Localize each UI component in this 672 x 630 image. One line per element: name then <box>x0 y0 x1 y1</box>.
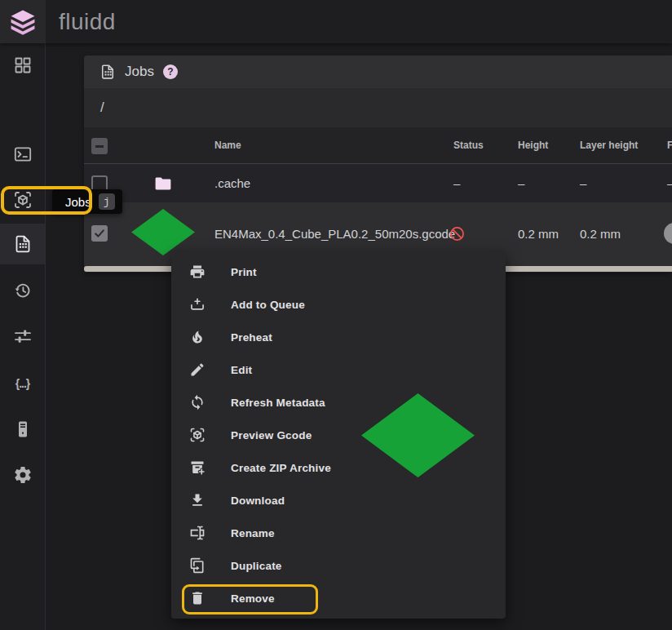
filament-chip-partial <box>664 223 672 244</box>
row-layer-height: 0.2 mm <box>580 202 621 266</box>
row-filament: – <box>667 164 672 202</box>
app-title: fluidd <box>59 0 116 43</box>
archive-plus-icon <box>189 459 206 476</box>
server-icon <box>13 419 33 439</box>
row-height: – <box>518 164 524 202</box>
menu-item-label: Print <box>231 266 257 278</box>
table-header-row: Name Status Height Layer height F <box>84 127 672 164</box>
tune-icon <box>13 326 33 346</box>
row-name: .cache <box>214 164 250 202</box>
menu-item-download[interactable]: Download <box>171 484 506 517</box>
row-height: 0.2 mm <box>518 202 559 266</box>
menu-item-add-to-queue[interactable]: Add to Queue <box>171 288 506 321</box>
column-header-layer-height[interactable]: Layer height <box>580 127 638 164</box>
sync-icon <box>189 394 206 410</box>
sidebar-item-dashboard[interactable] <box>0 45 45 86</box>
cube-scan-icon <box>13 190 33 210</box>
menu-item-label: Duplicate <box>231 560 282 572</box>
app-bar: fluidd <box>0 0 672 43</box>
sidebar-item-settings[interactable] <box>0 455 45 495</box>
rename-icon <box>189 525 206 541</box>
jobs-panel: Jobs ? / Name Status Height Layer height… <box>84 55 672 273</box>
fluidd-logo[interactable] <box>0 0 46 43</box>
menu-item-duplicate[interactable]: Duplicate <box>171 549 506 582</box>
shortcut-key-badge: j <box>99 193 115 210</box>
help-icon[interactable]: ? <box>163 64 178 79</box>
menu-item-rename[interactable]: Rename <box>171 517 506 549</box>
file-thumbnail <box>130 208 196 257</box>
tray-plus-icon <box>189 296 206 313</box>
gear-icon <box>13 465 33 485</box>
tooltip-label: Jobs <box>65 195 91 209</box>
sidebar-item-gcode-preview[interactable] <box>0 180 45 220</box>
jobs-tooltip: Jobs j <box>52 189 122 214</box>
column-header-name[interactable]: Name <box>214 127 241 164</box>
panel-title: Jobs <box>125 64 154 80</box>
flame-icon <box>189 329 206 345</box>
menu-item-label: Download <box>231 495 285 507</box>
row-layer-height: – <box>580 164 586 202</box>
menu-item-label: Remove <box>231 592 275 605</box>
braces-icon: {...} <box>15 377 30 390</box>
menu-item-label: Preheat <box>231 331 272 344</box>
menu-item-preheat[interactable]: Preheat <box>171 321 506 353</box>
printer-icon <box>189 264 206 280</box>
sidebar-item-host[interactable] <box>0 409 45 450</box>
menu-item-edit[interactable]: Edit <box>171 353 506 386</box>
folder-icon <box>153 174 173 193</box>
file-document-icon <box>99 64 116 80</box>
row-checkbox-checked[interactable] <box>91 225 108 242</box>
menu-item-label: Rename <box>231 527 275 539</box>
duplicate-icon <box>189 557 206 574</box>
sidebar-item-tune[interactable] <box>0 316 45 357</box>
select-all-checkbox[interactable] <box>91 138 108 154</box>
sidebar-item-macros[interactable]: {...} <box>0 363 45 404</box>
blocked-icon <box>449 225 466 242</box>
download-icon <box>189 492 206 508</box>
column-header-status[interactable]: Status <box>453 127 484 164</box>
console-icon <box>13 144 33 164</box>
menu-item-label: Add to Queue <box>231 299 305 311</box>
cube-scan-icon <box>189 427 206 443</box>
file-document-icon <box>13 234 33 254</box>
column-header-height[interactable]: Height <box>518 127 548 164</box>
pencil-icon <box>189 362 206 378</box>
jobs-panel-header: Jobs ? <box>84 55 672 88</box>
sidebar-item-jobs[interactable] <box>0 224 45 264</box>
column-header-filament-partial[interactable]: F <box>667 127 672 164</box>
thumbnail-preview-large <box>360 393 475 478</box>
menu-item-label: Create ZIP Archive <box>231 462 331 474</box>
sidebar: {...} <box>0 43 46 630</box>
menu-item-print[interactable]: Print <box>171 255 506 288</box>
menu-item-label: Edit <box>231 364 252 376</box>
row-status: – <box>453 164 460 202</box>
history-icon <box>13 281 33 300</box>
dashboard-icon <box>13 55 33 75</box>
table-row-cache[interactable]: .cache – – – – <box>84 164 672 202</box>
delete-icon <box>189 590 206 606</box>
menu-item-remove[interactable]: Remove <box>171 582 506 614</box>
menu-item-label: Refresh Metadata <box>231 397 325 409</box>
menu-item-label: Preview Gcode <box>231 429 312 441</box>
fluidd-logo-icon <box>9 8 37 36</box>
sidebar-item-history[interactable] <box>0 270 45 311</box>
breadcrumb-path[interactable]: / <box>84 88 672 127</box>
sidebar-item-console[interactable] <box>0 134 45 175</box>
